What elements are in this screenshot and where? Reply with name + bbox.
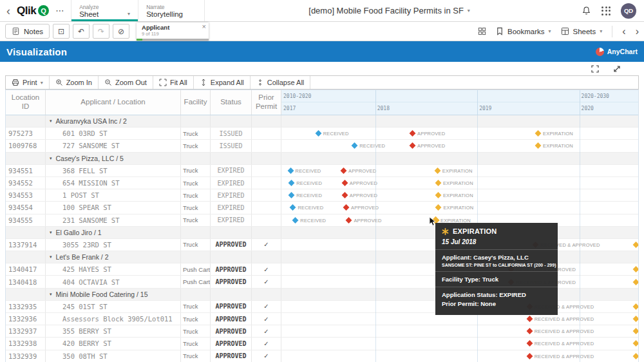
received-marker[interactable]: RECEIVED <box>289 193 322 198</box>
expiration-marker[interactable]: EXPIRATION <box>536 143 573 149</box>
bookmarks-label: Bookmarks <box>507 28 545 35</box>
expiration-marker[interactable]: EXPIRATION <box>433 217 471 223</box>
received-marker[interactable]: RECEIVED <box>316 131 349 137</box>
expiration-marker[interactable] <box>634 329 638 334</box>
notes-button[interactable]: Notes <box>5 24 50 39</box>
col-header-prior-permit[interactable]: Prior Permit <box>252 90 281 115</box>
fullscreen-icon[interactable] <box>613 65 621 73</box>
user-avatar[interactable]: QD <box>621 3 636 19</box>
approved-marker[interactable]: APPROVED <box>343 193 377 198</box>
expiration-marker[interactable]: EXPIRATION <box>435 167 473 173</box>
approved-marker[interactable]: APPROVED <box>410 143 445 149</box>
col-header-applicant-location[interactable]: Applicant / Location <box>46 90 181 115</box>
received-marker[interactable]: RECEIVED <box>289 180 322 186</box>
print-button[interactable]: Print ▾ <box>6 76 50 89</box>
prior-permit-cell <box>252 202 281 213</box>
app-title-dropdown[interactable]: [demo] Mobile Food Facility Permits in S… <box>205 0 574 21</box>
received-marker[interactable]: RECEIVED <box>289 167 321 173</box>
permit-row[interactable]: 934554100 SPEAR STTruckEXPIREDRECEIVEDAP… <box>6 202 638 214</box>
permit-row[interactable]: 9345531 POST STTruckEXPIREDRECEIVEDAPPRO… <box>6 189 638 202</box>
next-sheet-chevron-icon[interactable]: › <box>636 26 639 37</box>
more-menu-icon[interactable]: ⋯ <box>55 6 64 15</box>
zoom-in-label: Zoom In <box>66 79 92 86</box>
approved-marker[interactable]: RECEIVED & APPROVED <box>527 341 594 347</box>
selections-tool-button[interactable]: ⊡ <box>53 24 70 39</box>
expiration-marker[interactable] <box>634 304 638 309</box>
app-launcher-grid-icon[interactable] <box>601 6 611 15</box>
expiration-marker[interactable] <box>634 267 638 272</box>
collapse-triangle-icon[interactable]: ▾ <box>50 292 52 297</box>
collapse-triangle-icon[interactable]: ▾ <box>50 119 52 124</box>
sheets-button[interactable]: Sheets ▾ <box>561 27 603 35</box>
permit-row[interactable]: 1009768727 SANSOME STTruckISSUEDRECEIVED… <box>6 140 638 152</box>
collapse-triangle-icon[interactable]: ▾ <box>50 156 52 161</box>
approved-marker[interactable]: RECEIVED & APPROVED <box>527 353 594 359</box>
collapse-all-button[interactable]: Collapse All <box>251 76 310 89</box>
timeline-header[interactable]: 2010-20202020-20302017201820192020 <box>281 90 638 115</box>
step-forward-button[interactable]: ↷ <box>93 24 109 39</box>
status-cell: EXPIRED <box>211 214 252 226</box>
expiration-marker[interactable]: EXPIRATION <box>436 193 473 198</box>
printer-icon <box>12 79 19 86</box>
received-marker[interactable]: RECEIVED <box>293 217 326 223</box>
permit-row[interactable]: 934551368 FELL STTruckEXPIREDRECEIVEDAPP… <box>6 165 638 177</box>
expiration-marker[interactable] <box>634 242 638 247</box>
gantt-toolbar: Print ▾ Zoom In Zoom Out Fit All Expan <box>5 75 639 90</box>
permit-row[interactable]: 1332937355 BERRY STTruckAPPROVED✓RECEIVE… <box>6 325 638 338</box>
expiration-marker[interactable]: EXPIRATION <box>436 205 473 211</box>
col-header-status[interactable]: Status <box>211 90 252 115</box>
permit-row[interactable]: 1332939350 08TH STTruckAPPROVED✓RECEIVED… <box>6 350 638 362</box>
qlik-logo[interactable]: Qlik Q <box>17 5 49 17</box>
group-label: Akuranvyka USA Inc / 2 <box>56 117 127 125</box>
approved-marker[interactable]: APPROVED <box>343 180 377 186</box>
group-prior-cell <box>252 153 281 164</box>
back-chevron-icon[interactable]: ‹ <box>6 5 10 17</box>
tab-analyze-sheet[interactable]: Analyze Sheet ▾ <box>71 0 138 21</box>
prior-permit-cell <box>252 128 281 139</box>
expiration-marker[interactable] <box>634 341 638 346</box>
bookmarks-button[interactable]: Bookmarks ▾ <box>496 27 551 35</box>
collapse-triangle-icon[interactable]: ▾ <box>50 254 52 260</box>
permit-row[interactable]: 1332938420 BERRY STTruckAPPROVED✓RECEIVE… <box>6 338 638 350</box>
grid-view-icon[interactable] <box>478 27 486 35</box>
expiration-marker[interactable] <box>634 317 638 321</box>
notifications-bell-icon[interactable] <box>582 6 591 15</box>
permit-row[interactable]: 934552654 MISSION STTruckEXPIREDRECEIVED… <box>6 177 638 189</box>
approved-marker[interactable]: RECEIVED & APPROVED <box>527 329 594 334</box>
chip-close-icon[interactable]: × <box>202 23 206 30</box>
expiration-diamond-icon <box>434 167 440 174</box>
fit-all-label: Fit All <box>170 79 187 86</box>
group-row[interactable]: ▾Casey's Pizza, LLC / 5 <box>6 153 638 165</box>
anychart-branding[interactable]: AnyChart <box>596 48 638 56</box>
received-marker[interactable]: RECEIVED <box>352 143 385 149</box>
group-row[interactable]: ▾Akuranvyka USA Inc / 2 <box>6 115 638 128</box>
tab-narrate-storytelling[interactable]: Narrate Storytelling <box>138 0 205 21</box>
step-back-button[interactable]: ↶ <box>73 24 90 39</box>
zoom-out-button[interactable]: Zoom Out <box>99 76 153 89</box>
zoom-in-button[interactable]: Zoom In <box>50 76 99 89</box>
prev-sheet-chevron-icon[interactable]: ‹ <box>622 26 625 37</box>
expiration-marker[interactable] <box>634 280 638 284</box>
approved-diamond-icon <box>341 180 348 186</box>
approved-marker[interactable]: APPROVED <box>410 131 445 137</box>
selection-chip-applicant[interactable]: Applicant 9 of 119 × <box>137 23 209 41</box>
expand-all-button[interactable]: Expand All <box>194 76 251 89</box>
group-id-cell <box>6 289 46 300</box>
collapse-triangle-icon[interactable]: ▾ <box>50 230 52 235</box>
col-header-facility[interactable]: Facility <box>181 90 211 115</box>
approved-marker[interactable]: RECEIVED & APPROVED <box>527 316 594 322</box>
status-cell: EXPIRED <box>211 189 252 201</box>
expiration-marker[interactable] <box>634 354 638 358</box>
approved-marker[interactable]: APPROVED <box>341 167 376 173</box>
prior-permit-cell: ✓ <box>252 276 281 287</box>
fit-all-button[interactable]: Fit All <box>153 76 194 89</box>
expiration-marker[interactable]: EXPIRATION <box>536 131 573 137</box>
received-marker[interactable]: RECEIVED <box>290 205 323 211</box>
approved-marker[interactable]: APPROVED <box>346 217 381 223</box>
clear-selections-button[interactable]: ⊘ <box>113 24 129 39</box>
col-header-location-id[interactable]: Location ID <box>6 90 46 115</box>
approved-marker[interactable]: APPROVED <box>344 205 379 211</box>
permit-row[interactable]: 975273601 03RD STTruckISSUEDRECEIVEDAPPR… <box>6 128 638 140</box>
expiration-marker[interactable]: EXPIRATION <box>436 180 473 186</box>
fit-screen-icon[interactable] <box>591 65 599 73</box>
